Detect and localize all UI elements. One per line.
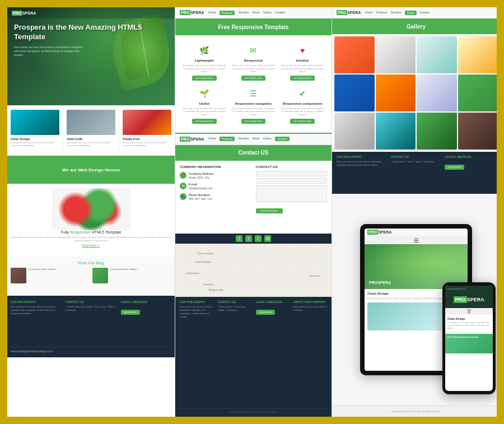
contact-info-title: COMPANY INFORMATION bbox=[180, 165, 251, 169]
tablet-logo-pro: PRO bbox=[367, 230, 378, 235]
contact-nav-contact[interactable]: Contact bbox=[275, 137, 289, 141]
tablet-nav: PROSPERA bbox=[365, 229, 468, 236]
mid-feature-1: 🌿 Lightweight Duis autem vel eum iriure … bbox=[180, 41, 229, 84]
mid-feature-btn-3[interactable]: GET MORE INFO bbox=[290, 76, 315, 81]
mid-feature-desc-1: Duis autem vel eum iriure dolor in hendr… bbox=[182, 64, 227, 73]
phil-send-btn[interactable]: SEND MORE bbox=[445, 165, 464, 170]
gallery-cell-6[interactable] bbox=[376, 74, 416, 111]
phil-col2-title: CONTACT US bbox=[391, 155, 442, 159]
fruit-subtitle: Fully Responsive HTML5 Template bbox=[60, 230, 121, 234]
footer-col-1: OUR PHILOSOPHY Duis autem vel eum iriure… bbox=[11, 300, 61, 343]
gallery-cell-1[interactable] bbox=[334, 36, 375, 73]
hamburger-icon[interactable]: ☰ bbox=[414, 237, 419, 244]
right-nav-logo: PROSPERA bbox=[337, 11, 361, 15]
mid-footer-col2-title: CONTACT US bbox=[218, 300, 251, 304]
hero-tagline: Prospera is the New Amazing HTML5 Templa… bbox=[14, 23, 175, 42]
address-icon: 📍 bbox=[180, 172, 186, 179]
nav-logo-pro: PRO bbox=[12, 11, 22, 16]
contact-email-input[interactable] bbox=[256, 178, 328, 184]
contact-email-row: ✉ E-mail info@example.com bbox=[180, 183, 251, 190]
left-blog: From Our Blog Lorem ipsum Dolor sit Amet… bbox=[7, 257, 175, 296]
phil-col-3: LEAVE A MESSAGE SEND MORE bbox=[445, 155, 496, 190]
menu-icon: ☰ bbox=[247, 87, 259, 100]
contact-title: Contact US bbox=[239, 150, 269, 156]
right-nav-services[interactable]: Services bbox=[390, 11, 401, 15]
check-icon: ✔ bbox=[296, 87, 309, 100]
phone-hamburger[interactable]: ☰ bbox=[445, 308, 493, 315]
gallery-cell-12[interactable] bbox=[458, 113, 498, 150]
phone-responsive-banner: with Fully Responsive Design bbox=[445, 334, 493, 353]
mid-hero-title: Free Responsive Template bbox=[218, 24, 289, 30]
nav-link-contact[interactable]: Contact bbox=[275, 11, 284, 15]
gallery-cell-2[interactable] bbox=[376, 36, 416, 73]
contact-name-input[interactable] bbox=[256, 171, 328, 176]
contact-nav-home[interactable]: Home bbox=[208, 137, 216, 141]
main-grid: PROSPERA Prospera is the New Amazing HTM… bbox=[7, 7, 497, 417]
gallery-cell-4[interactable] bbox=[458, 36, 498, 73]
mid-feature-btn-6[interactable]: GET MORE INFO bbox=[290, 119, 315, 124]
contact-nav-about[interactable]: About bbox=[253, 137, 260, 141]
mid-feature-desc-5: Duis autem vel eum iriure dolor in hendr… bbox=[231, 107, 276, 117]
right-nav-products[interactable]: Products bbox=[376, 11, 388, 15]
mid-footer-send-btn[interactable]: SEND MORE bbox=[256, 310, 275, 315]
mid-social: f t r @ bbox=[175, 234, 332, 244]
nav-link-gallery[interactable]: Gallery bbox=[263, 11, 272, 15]
gallery-cell-8[interactable] bbox=[458, 74, 498, 111]
blog-items: Lorem ipsum Dolor sit Amet Lorem ipsum D… bbox=[11, 268, 171, 283]
mid-feature-2: ✉ Responsive Duis autem vel eum iriure d… bbox=[229, 41, 278, 84]
left-footer: OUR PHILOSOPHY Duis autem vel eum iriure… bbox=[7, 296, 175, 357]
mid-contact-hero: Contact US bbox=[175, 145, 332, 161]
mid-feature-title-6: Responsive components bbox=[283, 102, 323, 105]
contact-form: CONTACT US SEND MESSAGE bbox=[256, 165, 328, 229]
nav-link-services[interactable]: Services bbox=[238, 11, 249, 15]
responsive-desc: Duis autem vel eum iriure dolor in hendr… bbox=[11, 236, 171, 242]
mid-feature-title-5: Responsive navigation bbox=[235, 102, 272, 105]
phone-logo-pro: PRO bbox=[454, 296, 467, 303]
mid-feature-btn-5[interactable]: GET MORE INFO bbox=[241, 119, 266, 124]
feature-desc-3: Duis autem vel eum iriure dolor in hendr… bbox=[123, 141, 171, 147]
nav-link-about[interactable]: About bbox=[253, 11, 260, 15]
mid-feature-title-2: Responsive bbox=[244, 59, 263, 62]
footer-url: www.heritagechristiancollege.com bbox=[11, 347, 171, 353]
read-more-link[interactable]: Read more >> bbox=[82, 244, 100, 247]
nav-logo: PROSPERA bbox=[12, 11, 36, 15]
phil-col1-title: OUR PHILOSOPHY bbox=[337, 155, 388, 159]
left-green-banner: We are Web Design Heroes bbox=[7, 156, 175, 184]
gallery-cell-9[interactable] bbox=[334, 113, 375, 150]
contact-submit-btn[interactable]: SEND MESSAGE bbox=[256, 208, 283, 213]
mid-feature-btn-2[interactable]: GET MORE INFO bbox=[241, 76, 266, 81]
right-nav-about[interactable]: About bbox=[405, 11, 417, 15]
gallery-cell-5[interactable] bbox=[334, 74, 375, 111]
footer-col-3: LEAVE A MESSAGE SEND MORE bbox=[121, 300, 171, 343]
social-facebook-icon[interactable]: f bbox=[236, 235, 242, 242]
phil-col-2: CONTACT US » Street name » Town » Twitte… bbox=[391, 155, 442, 190]
nav-link-products[interactable]: Products bbox=[220, 11, 235, 15]
gallery-cell-11[interactable] bbox=[417, 113, 457, 150]
mid-map: Česká republika Czech Republic Deutschla… bbox=[175, 244, 332, 297]
address-label: Company Address bbox=[189, 172, 213, 175]
left-hero: PROSPERA Prospera is the New Amazing HTM… bbox=[7, 7, 175, 105]
mid-feature-btn-4[interactable]: GET MORE INFO bbox=[192, 119, 217, 124]
gallery-cell-7[interactable] bbox=[417, 74, 457, 111]
right-nav-contact[interactable]: Contact bbox=[420, 11, 430, 15]
contact-info: COMPANY INFORMATION 📍 Company Address St… bbox=[180, 165, 256, 229]
right-nav-home[interactable]: Home bbox=[365, 11, 372, 15]
map-label-czech: Česká republika bbox=[198, 252, 214, 255]
contact-nav-gallery[interactable]: Gallery bbox=[263, 137, 272, 141]
nav-link-home[interactable]: Home bbox=[208, 11, 216, 15]
gallery-cell-3[interactable] bbox=[417, 36, 457, 73]
gallery-cell-10[interactable] bbox=[376, 113, 416, 150]
contact-email: E-mail info@example.com bbox=[189, 183, 213, 190]
mid-feature-btn-1[interactable]: GET MORE INFO bbox=[192, 76, 217, 81]
social-rss-icon[interactable]: r bbox=[255, 235, 262, 242]
social-email-icon[interactable]: @ bbox=[264, 235, 271, 242]
contact-phone: Phone Numbers 555, 567, 890, 123 bbox=[189, 193, 212, 201]
mid-hero: Free Responsive Template bbox=[175, 18, 332, 35]
contact-nav-services[interactable]: Services bbox=[238, 137, 249, 141]
mid-footer-col1-text: Duis autem vel eum iriure dolor in hendr… bbox=[180, 305, 213, 319]
contact-message-input[interactable] bbox=[256, 185, 328, 202]
footer-send-btn[interactable]: SEND MORE bbox=[121, 310, 140, 315]
contact-nav-products[interactable]: Products bbox=[220, 137, 235, 141]
mid-contact-logo-pro: PRO bbox=[180, 137, 190, 142]
social-twitter-icon[interactable]: t bbox=[245, 235, 252, 242]
